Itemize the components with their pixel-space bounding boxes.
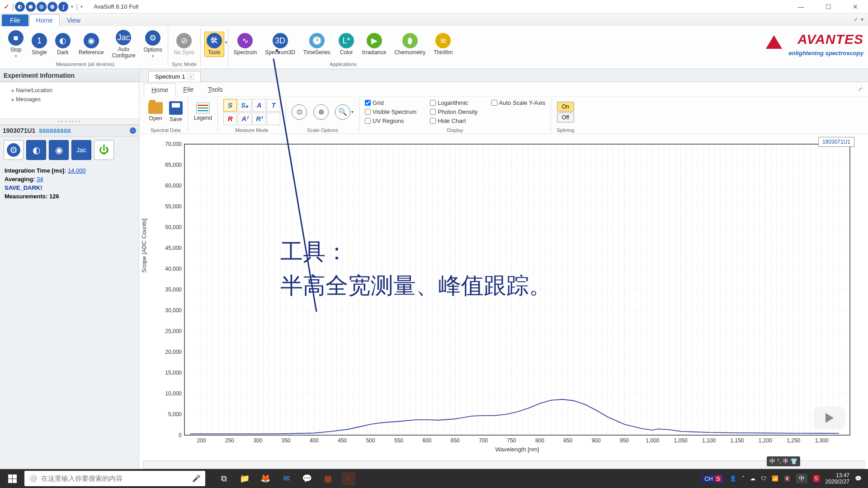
device-header[interactable]: 1903071U1 888888888 − [0, 125, 139, 136]
qat-icon-4[interactable]: ◍ [47, 2, 57, 12]
autoscale-checkbox[interactable]: Auto Scale Y-Axis [491, 99, 546, 106]
device-power-button[interactable]: ⏻ [94, 140, 114, 160]
chemometry-button[interactable]: ⬮Chemometry [392, 32, 427, 56]
tray-up-icon[interactable]: ˄ [742, 475, 745, 482]
qat-icon-1[interactable]: ◐ [15, 2, 25, 12]
maximize-button[interactable]: ☐ [819, 1, 837, 12]
single-button[interactable]: 1Single [30, 32, 49, 56]
spectrum-tab[interactable]: Spectrum 1 × [148, 71, 201, 82]
irradiance-button[interactable]: ▶Irradiance [360, 32, 388, 56]
sub-tabs: Home File Tools ⤢ [139, 82, 868, 97]
device-dark-button[interactable]: ◐ [26, 140, 46, 160]
taskbar-search[interactable]: ⚪ 在这里输入你要搜索的内容 🎤 [24, 471, 205, 486]
hide-chart-checkbox[interactable]: Hide Chart [430, 117, 477, 124]
dark-button[interactable]: ◐Dark [53, 32, 72, 56]
averaging-value[interactable]: 34 [37, 176, 43, 183]
tray-volume-icon[interactable]: 🔇 [784, 475, 791, 482]
start-button[interactable] [3, 470, 22, 487]
qat-icon-2[interactable]: ◉ [26, 2, 36, 12]
splining-on-button[interactable]: On [557, 102, 574, 112]
mode-abs[interactable]: A [252, 99, 266, 112]
tray-cloud-icon[interactable]: ☁ [750, 475, 755, 482]
tray-people-icon[interactable]: 👤 [730, 475, 736, 482]
auto-configure-button[interactable]: JacAuto Configure [110, 29, 137, 60]
splining-off-button[interactable]: Off [557, 113, 574, 122]
qat-dropdown-icon[interactable]: ▾ [69, 4, 75, 9]
powerpoint-icon[interactable]: ▦ [321, 472, 335, 485]
device-info: Integration Time [ms]: 14.000 Averaging:… [0, 164, 139, 203]
splitter-handle[interactable]: • • • • • • • [0, 118, 139, 125]
qat-icon-3[interactable]: ◎ [37, 2, 47, 12]
timeseries-button[interactable]: 🕐TimeSeries [302, 32, 332, 56]
stop-button[interactable]: ■Stop▾ [6, 29, 25, 59]
visible-spectrum-checkbox[interactable]: Visible Spectrum [365, 108, 416, 115]
ribbon-collapse-icon[interactable]: ⤢ [854, 16, 858, 23]
ime-floating-badge[interactable]: 中 °, 半 👕 [767, 456, 800, 466]
tree-name-location[interactable]: Name/Location [5, 86, 134, 95]
svg-text:1,250: 1,250 [787, 437, 800, 444]
reference-button[interactable]: ◉Reference [77, 32, 105, 56]
uv-regions-checkbox[interactable]: UV Regions [365, 117, 416, 124]
tray-defender-icon[interactable]: 🛡 [761, 475, 766, 482]
mode-refl[interactable]: R [223, 113, 237, 125]
open-button[interactable]: Open [148, 102, 163, 122]
minimize-button[interactable]: — [792, 1, 810, 12]
collapse-icon[interactable]: − [130, 127, 136, 134]
no-sync-button[interactable]: ⊘No Sync [172, 32, 196, 56]
tree-messages[interactable]: Messages [5, 95, 134, 104]
close-tab-icon[interactable]: × [188, 74, 194, 80]
tray-clock[interactable]: 13:47 2020/2/27 [826, 472, 849, 485]
close-button[interactable]: ✕ [846, 1, 864, 12]
home-tab[interactable]: Home [29, 14, 60, 26]
device-jac-button[interactable]: Jac [71, 140, 91, 160]
tray-wifi-icon[interactable]: 📶 [772, 475, 778, 482]
sub-tab-file[interactable]: File [176, 83, 201, 96]
mail-icon[interactable]: ✉ [279, 472, 293, 485]
view-tab[interactable]: View [61, 14, 87, 26]
mode-abs-irr[interactable]: Aᴵ [238, 113, 251, 125]
mode-scope[interactable]: S [223, 99, 237, 112]
legend-button[interactable]: Legend [194, 103, 212, 121]
task-view-icon[interactable]: ⧉ [217, 472, 231, 485]
options-button[interactable]: ⚙Options▾ [142, 29, 164, 59]
qat-icon-5[interactable]: ∫ [58, 2, 68, 12]
explorer-icon[interactable]: 📁 [238, 472, 251, 485]
avasoft-taskbar-icon[interactable]: √ [342, 472, 355, 485]
svg-text:650: 650 [451, 437, 460, 444]
ime-zh-badge[interactable]: 中 [796, 474, 807, 483]
spectrum3d-button[interactable]: 3DSpectrum3D [263, 32, 297, 56]
mode-trans[interactable]: T [267, 99, 280, 112]
tools-button[interactable]: 🛠Tools▾ [204, 32, 224, 57]
main-ribbon: ■Stop▾ 1Single ◐Dark ◉Reference JacAuto … [0, 26, 868, 69]
device-settings-button[interactable]: ⚙ [4, 140, 24, 160]
grid-checkbox[interactable]: Grid [365, 99, 416, 106]
qat-overflow[interactable]: ▾ [79, 4, 85, 9]
ime-ch-badge[interactable]: CHS [702, 474, 724, 483]
file-tab[interactable]: File [2, 14, 28, 26]
svg-text:950: 950 [620, 437, 629, 444]
firefox-icon[interactable]: 🦊 [259, 472, 272, 485]
device-ref-button[interactable]: ◉ [49, 140, 69, 160]
svg-text:20,000: 20,000 [165, 349, 182, 355]
wechat-icon[interactable]: 💬 [300, 472, 314, 485]
mic-icon[interactable]: 🎤 [192, 474, 201, 483]
sub-ribbon-collapse-icon[interactable]: ⤢ [858, 86, 863, 92]
zoom-in-icon[interactable]: ⊕ [313, 104, 329, 120]
zoom-reset-icon[interactable]: ⊙ [292, 104, 307, 120]
zoom-dropdown[interactable]: 🔍▾ [335, 104, 354, 120]
ribbon-help-icon[interactable]: ▾ [861, 16, 863, 23]
log-checkbox[interactable]: Logarithmic [430, 99, 477, 106]
integration-time-value[interactable]: 14.000 [68, 167, 86, 174]
save-button[interactable]: Save [169, 101, 183, 122]
spectrum-button[interactable]: ∿Spectrum [232, 32, 259, 56]
thinfilm-button[interactable]: ≋Thinfilm [432, 32, 454, 56]
mode-scope-abs[interactable]: Sₐ [238, 99, 251, 112]
sub-tab-home[interactable]: Home [144, 83, 176, 97]
sub-tab-tools[interactable]: Tools [201, 83, 230, 96]
mode-rel-irr[interactable]: Rᴵ [252, 113, 266, 125]
tray-notifications-icon[interactable]: 💬 [855, 475, 862, 482]
play-overlay-icon[interactable] [814, 407, 845, 429]
tray-sogou-icon[interactable]: S [813, 475, 820, 482]
photon-checkbox[interactable]: Photon Density [430, 108, 477, 115]
color-button[interactable]: L*Color [337, 32, 356, 56]
